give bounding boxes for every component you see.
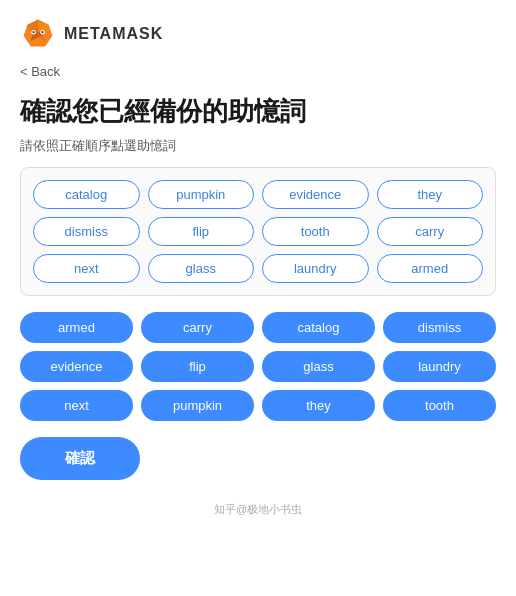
selected-word-chip[interactable]: glass xyxy=(262,351,375,382)
word-pool-chip[interactable]: tooth xyxy=(262,217,369,246)
word-pool-chip[interactable]: pumpkin xyxy=(148,180,255,209)
page-subtitle: 請依照正確順序點選助憶詞 xyxy=(0,137,516,167)
word-pool-chip[interactable]: armed xyxy=(377,254,484,283)
header: METAMASK xyxy=(0,0,516,60)
selected-word-chip[interactable]: catalog xyxy=(262,312,375,343)
selected-word-chip[interactable]: laundry xyxy=(383,351,496,382)
word-pool-chip[interactable]: they xyxy=(377,180,484,209)
selected-word-chip[interactable]: they xyxy=(262,390,375,421)
word-pool-chip[interactable]: catalog xyxy=(33,180,140,209)
word-pool-chip[interactable]: glass xyxy=(148,254,255,283)
selected-words-grid: armedcarrycatalogdismissevidenceflipglas… xyxy=(20,312,496,421)
metamask-title: METAMASK xyxy=(64,25,163,43)
word-pool-chip[interactable]: flip xyxy=(148,217,255,246)
word-pool-chip[interactable]: evidence xyxy=(262,180,369,209)
selected-word-chip[interactable]: armed xyxy=(20,312,133,343)
svg-point-9 xyxy=(41,31,43,33)
selected-word-chip[interactable]: carry xyxy=(141,312,254,343)
selected-word-chip[interactable]: tooth xyxy=(383,390,496,421)
word-pool-chip[interactable]: carry xyxy=(377,217,484,246)
back-link[interactable]: < Back xyxy=(0,60,516,87)
selected-words-container: armedcarrycatalogdismissevidenceflipglas… xyxy=(20,312,496,421)
confirm-button[interactable]: 確認 xyxy=(20,437,140,480)
selected-word-chip[interactable]: evidence xyxy=(20,351,133,382)
selected-word-chip[interactable]: flip xyxy=(141,351,254,382)
page-title: 確認您已經備份的助憶詞 xyxy=(0,87,516,137)
word-pool-chip[interactable]: next xyxy=(33,254,140,283)
svg-point-8 xyxy=(32,31,34,33)
word-pool-chip[interactable]: dismiss xyxy=(33,217,140,246)
word-pool-container: catalogpumpkinevidencetheydismissfliptoo… xyxy=(20,167,496,296)
selected-word-chip[interactable]: pumpkin xyxy=(141,390,254,421)
metamask-fox-icon xyxy=(20,16,56,52)
word-pool-chip[interactable]: laundry xyxy=(262,254,369,283)
selected-word-chip[interactable]: dismiss xyxy=(383,312,496,343)
selected-word-chip[interactable]: next xyxy=(20,390,133,421)
word-pool-grid: catalogpumpkinevidencetheydismissfliptoo… xyxy=(33,180,483,283)
footer-watermark: 知乎@极地小书虫 xyxy=(0,496,516,527)
